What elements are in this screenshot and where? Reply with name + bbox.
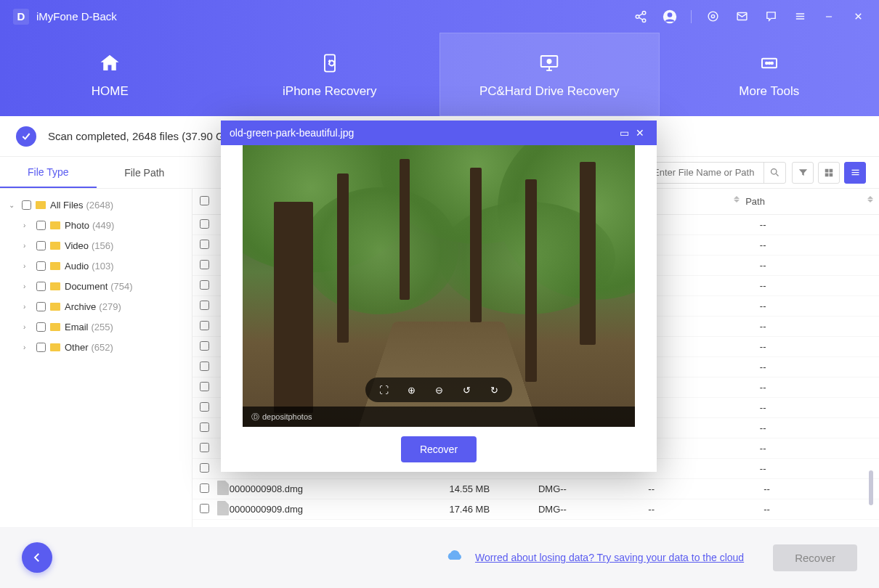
cell-name: 0000000908.dmg	[230, 483, 450, 494]
table-row[interactable]: 0000000909.dmg17.46 MBDMG------	[193, 499, 879, 520]
tree-item[interactable]: ›Video(156)	[0, 235, 192, 256]
row-checkbox[interactable]	[200, 483, 209, 493]
cell-path: --	[760, 219, 879, 230]
preview-toolbar: ⛶ ⊕ ⊖ ↺ ↻	[365, 377, 512, 402]
cell-size: 14.55 MB	[449, 483, 538, 494]
list-view-button[interactable]	[844, 162, 866, 184]
tree-item[interactable]: ›Other(652)	[0, 337, 192, 357]
select-all-checkbox[interactable]	[200, 196, 209, 205]
settings-icon[interactable]	[705, 9, 721, 25]
recover-button[interactable]: Recover	[773, 544, 857, 571]
svg-rect-18	[825, 173, 829, 176]
nav-iphone[interactable]: iPhone Recovery	[220, 33, 440, 116]
tab-file-path[interactable]: File Path	[97, 157, 193, 188]
zoom-in-icon[interactable]: ⊕	[403, 382, 419, 398]
row-checkbox[interactable]	[200, 443, 209, 452]
row-checkbox[interactable]	[200, 260, 209, 269]
row-checkbox[interactable]	[200, 382, 209, 391]
tree-checkbox[interactable]	[36, 261, 46, 271]
chevron-icon: ›	[23, 323, 32, 331]
row-checkbox[interactable]	[200, 422, 209, 432]
mail-icon[interactable]	[734, 9, 750, 25]
zoom-out-icon[interactable]: ⊖	[431, 382, 447, 398]
sidebar: ⌄All Files(2648)›Photo(449)›Video(156)›A…	[0, 189, 193, 527]
tree-checkbox[interactable]	[36, 241, 46, 250]
cell-tag: --	[641, 301, 760, 311]
row-checkbox[interactable]	[200, 321, 209, 330]
table-row[interactable]: 0000000908.dmg14.55 MBDMG------	[193, 479, 879, 499]
cell-path: --	[760, 443, 879, 454]
account-icon[interactable]	[662, 9, 678, 25]
cell-tag: --	[648, 483, 763, 494]
svg-point-6	[708, 12, 718, 21]
minimize-icon[interactable]	[821, 9, 837, 25]
tree-checkbox[interactable]	[36, 302, 46, 311]
svg-point-10	[548, 60, 551, 63]
cell-path: --	[760, 422, 879, 433]
cell-tag: --	[641, 463, 760, 474]
search-input[interactable]	[647, 167, 763, 178]
tab-file-type[interactable]: File Type	[0, 157, 97, 188]
chevron-icon: ›	[23, 282, 32, 290]
cell-path: --	[760, 463, 879, 474]
filter-button[interactable]	[792, 162, 814, 184]
nav-home[interactable]: HOME	[0, 33, 220, 116]
row-checkbox[interactable]	[200, 280, 209, 290]
tree-item[interactable]: ›Document(754)	[0, 276, 192, 296]
rotate-right-icon[interactable]: ↻	[486, 382, 502, 398]
feedback-icon[interactable]	[763, 9, 779, 25]
tree-item[interactable]: ›Audio(103)	[0, 256, 192, 276]
nav-home-label: HOME	[92, 84, 129, 99]
row-checkbox[interactable]	[200, 341, 209, 351]
back-button[interactable]	[22, 542, 52, 573]
scrollbar-handle[interactable]	[869, 470, 873, 505]
col-path[interactable]: Path	[745, 196, 765, 207]
cloud-link[interactable]: Worred about losing data? Try saving you…	[475, 552, 744, 563]
svg-point-13	[769, 62, 771, 64]
preview-recover-button[interactable]: Recover	[401, 436, 477, 462]
chevron-icon: ›	[23, 343, 32, 351]
cell-path: --	[760, 321, 879, 332]
close-icon[interactable]	[850, 9, 866, 25]
cell-tag: --	[641, 260, 760, 271]
nav-pc[interactable]: PC&Hard Drive Recovery	[440, 33, 660, 116]
menu-icon[interactable]	[792, 9, 808, 25]
row-checkbox[interactable]	[200, 504, 209, 513]
fullscreen-icon[interactable]: ⛶	[376, 382, 392, 398]
row-checkbox[interactable]	[200, 362, 209, 371]
cell-size: 17.46 MB	[449, 504, 538, 515]
tree-label: Document	[65, 281, 108, 292]
tree-checkbox[interactable]	[36, 221, 46, 230]
svg-point-15	[771, 169, 777, 175]
svg-point-5	[711, 15, 714, 17]
svg-rect-19	[830, 173, 833, 176]
row-checkbox[interactable]	[200, 463, 209, 473]
cell-path: --	[760, 341, 879, 352]
folder-icon	[50, 343, 60, 351]
cell-date: --	[560, 504, 648, 515]
share-icon[interactable]	[633, 9, 649, 25]
search-icon[interactable]	[763, 162, 785, 184]
nav-more[interactable]: More Tools	[660, 33, 880, 116]
row-checkbox[interactable]	[200, 402, 209, 412]
chevron-icon: ›	[23, 262, 32, 270]
tree-checkbox[interactable]	[36, 322, 46, 332]
row-checkbox[interactable]	[200, 240, 209, 249]
row-checkbox[interactable]	[200, 219, 209, 229]
row-checkbox[interactable]	[200, 301, 209, 310]
cell-tag: --	[641, 280, 760, 291]
tree-checkbox[interactable]	[36, 343, 46, 352]
svg-point-0	[642, 11, 646, 15]
preview-maximize-icon[interactable]: ▭	[616, 127, 632, 139]
chevron-icon: ›	[23, 242, 32, 250]
preview-close-icon[interactable]: ✕	[632, 127, 648, 139]
tree-count: (279)	[99, 301, 121, 312]
tree-item[interactable]: ›Archive(279)	[0, 296, 192, 317]
tree-checkbox[interactable]	[36, 282, 46, 291]
rotate-left-icon[interactable]: ↺	[458, 382, 474, 398]
tree-item[interactable]: ›Photo(449)	[0, 215, 192, 235]
tree-checkbox[interactable]	[22, 200, 31, 210]
grid-view-button[interactable]	[818, 162, 840, 184]
tree-item[interactable]: ⌄All Files(2648)	[0, 195, 192, 215]
tree-item[interactable]: ›Email(255)	[0, 317, 192, 337]
